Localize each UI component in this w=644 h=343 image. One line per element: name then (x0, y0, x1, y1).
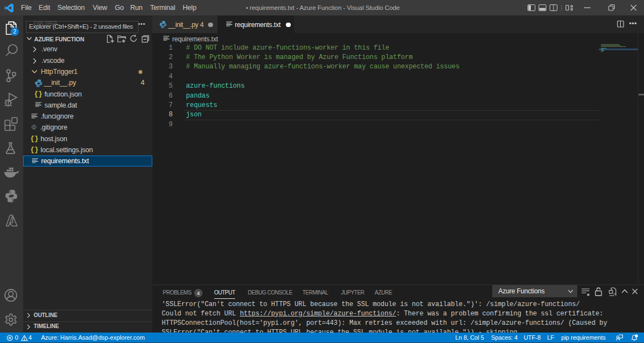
svg-text:2: 2 (13, 28, 17, 35)
